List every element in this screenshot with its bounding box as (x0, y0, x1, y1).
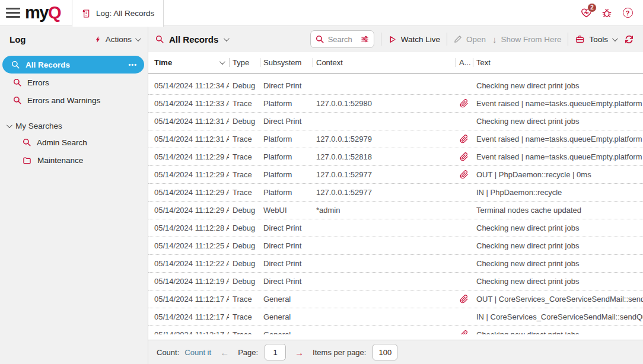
table-header: Time Type Subsystem Context A... Text (148, 52, 643, 74)
column-header-context[interactable]: Context (313, 52, 456, 73)
table-row[interactable]: 05/14/2024 11:12:33 AMTracePlatform127.0… (148, 95, 643, 113)
cell-text: Event raised | name=tasks.queueEmpty.pla… (473, 135, 643, 143)
table-row[interactable]: 05/14/2024 11:12:31 AMDebugDirect PrintC… (148, 113, 643, 130)
cell-time: 05/14/2024 11:12:17 AM (148, 330, 229, 334)
table-row[interactable]: 05/14/2024 11:12:17 AMTraceGeneralChecki… (148, 326, 643, 334)
cell-time: 05/14/2024 11:12:29 AM (148, 170, 229, 179)
bug-icon[interactable] (601, 7, 613, 19)
items-per-page-input[interactable] (373, 344, 397, 360)
cell-type: Trace (229, 170, 260, 179)
watch-live-button[interactable]: Watch Live (388, 35, 440, 44)
sidebar-group-my-searches[interactable]: My Searches (0, 118, 148, 133)
open-button[interactable]: Open (454, 35, 486, 44)
actions-button[interactable]: Actions (94, 35, 139, 44)
cell-time: 05/14/2024 11:12:29 AM (148, 152, 229, 161)
cell-time: 05/14/2024 11:12:19 AM (148, 277, 229, 286)
cell-subsystem: Direct Print (260, 241, 313, 250)
cell-context: 127.0.0.1:52977 (313, 188, 456, 197)
sidebar-item-errors[interactable]: Errors (0, 74, 148, 91)
paperclip-icon (460, 295, 469, 304)
paperclip-icon (460, 152, 469, 161)
tab-label: Log: All Records (96, 9, 154, 18)
cell-type: Debug (229, 223, 260, 232)
table-row[interactable]: 05/14/2024 11:12:22 AMDebugDirect PrintC… (148, 255, 643, 273)
cell-text: Checking new direct print jobs (473, 277, 643, 286)
toolbar: All Records Search Watch Live Open ↓ Sho… (148, 26, 643, 52)
search-icon (11, 60, 20, 69)
divider (447, 33, 447, 46)
view-selector[interactable]: All Records (155, 34, 228, 44)
cell-context: 127.0.0.1:52979 (313, 135, 456, 143)
sidebar: Log Actions All Records•••ErrorsErrors a… (0, 26, 148, 364)
table-row[interactable]: 05/14/2024 11:12:17 AMTraceGeneralIN | C… (148, 308, 643, 326)
column-header-type[interactable]: Type (229, 52, 260, 73)
tab-log-all-records[interactable]: Log: All Records (72, 0, 164, 27)
next-page-arrow-icon[interactable]: → (295, 347, 304, 357)
column-header-attachment[interactable]: A... (456, 52, 473, 73)
cell-time: 05/14/2024 11:12:17 AM (148, 295, 229, 304)
sidebar-item-maintenance[interactable]: Maintenance (0, 151, 148, 169)
tools-button[interactable]: Tools (575, 34, 616, 44)
table-row[interactable]: 05/14/2024 11:12:31 AMTracePlatform127.0… (148, 130, 643, 148)
cell-time: 05/14/2024 11:12:29 AM (148, 206, 229, 215)
health-icon[interactable]: 2 (580, 7, 592, 19)
search-icon (316, 35, 324, 43)
column-header-time[interactable]: Time (148, 52, 229, 73)
menu-icon[interactable] (6, 8, 20, 18)
cell-text: Terminal nodes cache updated (473, 206, 643, 215)
cell-context: 127.0.0.1:52818 (313, 152, 456, 161)
show-from-here-button[interactable]: ↓ Show From Here (492, 34, 562, 44)
refresh-icon (624, 34, 634, 44)
cell-text: Checking new direct print jobs (473, 241, 643, 250)
more-options-icon[interactable]: ••• (128, 61, 137, 68)
notification-badge: 2 (587, 3, 597, 12)
cell-time: 05/14/2024 11:12:28 AM (148, 223, 229, 232)
refresh-button[interactable] (623, 33, 635, 45)
sidebar-item-admin-search[interactable]: Admin Search (0, 133, 148, 151)
cell-type: Trace (229, 188, 260, 197)
myq-logo[interactable]: myQ (25, 4, 61, 21)
main-panel: All Records Search Watch Live Open ↓ Sho… (148, 26, 643, 364)
table-row[interactable]: 05/14/2024 11:12:29 AMTracePlatform127.0… (148, 184, 643, 202)
table-row[interactable]: 05/14/2024 11:12:19 AMDebugDirect PrintC… (148, 273, 643, 290)
divider (568, 33, 568, 46)
column-header-subsystem[interactable]: Subsystem (260, 52, 313, 73)
table-row[interactable]: 05/14/2024 11:12:29 AMTracePlatform127.0… (148, 148, 643, 166)
paperclip-icon (460, 330, 469, 334)
cell-time: 05/14/2024 11:12:25 AM (148, 241, 229, 250)
column-header-text[interactable]: Text (473, 52, 643, 73)
cell-text: OUT | CoreServices_CoreServiceSendMail::… (473, 295, 643, 304)
sidebar-item-errors-and-warnings[interactable]: Errors and Warnings (0, 91, 148, 109)
table-row[interactable]: 05/14/2024 11:12:29 AMTracePlatform127.0… (148, 166, 643, 184)
page-input[interactable] (265, 344, 286, 360)
help-icon[interactable]: ? (622, 7, 634, 19)
cell-text: OUT | PhpDaemon::recycle | 0ms (473, 170, 643, 179)
cell-attachment (456, 135, 473, 143)
count-it-link[interactable]: Count it (184, 348, 211, 357)
table-row[interactable]: 05/14/2024 11:12:29 AMDebugWebUI*adminTe… (148, 202, 643, 219)
paperclip-icon (460, 135, 469, 143)
play-icon (388, 35, 397, 44)
cell-text: Event raised | name=tasks.queueEmpty.pla… (473, 152, 643, 161)
top-bar: myQ Log: All Records 2 ? (0, 0, 643, 26)
cell-subsystem: WebUI (260, 206, 313, 215)
previous-page-arrow-icon[interactable]: ← (220, 347, 229, 357)
cell-attachment (456, 295, 473, 304)
filter-sliders-icon[interactable] (361, 35, 369, 43)
cell-text: Checking new direct print jobs (473, 330, 643, 334)
cell-text: Checking new direct print jobs (473, 81, 643, 90)
table-row[interactable]: 05/14/2024 11:12:17 AMTraceGeneralOUT | … (148, 290, 643, 308)
cell-type: Debug (229, 81, 260, 90)
search-icon (13, 96, 21, 104)
cell-type: Debug (229, 241, 260, 250)
table-row[interactable]: 05/14/2024 11:12:34 AMDebugDirect PrintC… (148, 77, 643, 95)
chevron-down-icon (612, 36, 618, 41)
search-input[interactable]: Search (310, 30, 374, 48)
cell-type: Debug (229, 117, 260, 126)
toolbox-icon (575, 34, 585, 44)
table-row[interactable]: 05/14/2024 11:12:25 AMDebugDirect PrintC… (148, 237, 643, 255)
cell-time: 05/14/2024 11:12:33 AM (148, 99, 229, 108)
sidebar-item-all-records[interactable]: All Records••• (2, 56, 144, 74)
table-row[interactable]: 05/14/2024 11:12:28 AMDebugDirect PrintC… (148, 219, 643, 237)
cell-subsystem: Platform (260, 170, 313, 179)
